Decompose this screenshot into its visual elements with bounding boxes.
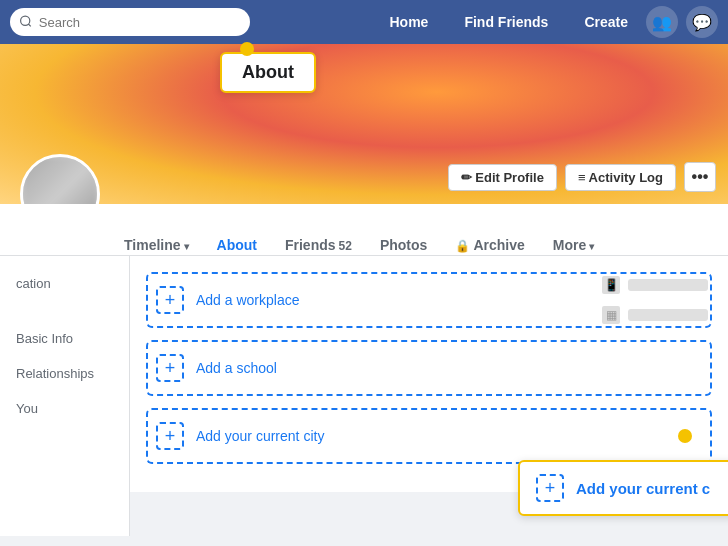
sidebar-relationships-label: Relationships: [16, 366, 94, 381]
about-callout-text: About: [242, 62, 294, 82]
sidebar-item-blank[interactable]: [0, 301, 129, 321]
add-city-label: Add your current city: [196, 428, 324, 444]
add-school-label: Add a school: [196, 360, 277, 376]
profile-tabs: Timeline▾ About Friends52 Photos 🔒Archiv…: [0, 204, 728, 256]
tab-about-label: About: [217, 237, 257, 253]
more-options-button[interactable]: •••: [684, 162, 716, 192]
profile-actions: ✏ Edit Profile ≡ Activity Log •••: [448, 162, 716, 192]
top-navigation: Home Find Friends Create 👥 💬: [0, 0, 728, 44]
people-icon: 👥: [652, 13, 672, 32]
messenger-icon-btn[interactable]: 💬: [686, 6, 718, 38]
tab-friends-label: Friends: [285, 237, 336, 253]
icon-row-2: ▦: [602, 306, 708, 324]
phone-icon: 📱: [602, 276, 620, 294]
sidebar-item-basic-info[interactable]: Basic Info: [0, 321, 129, 356]
tab-timeline-label: Timeline: [124, 237, 181, 253]
text-placeholder-1: [628, 279, 708, 291]
sidebar-basic-info-label: Basic Info: [16, 331, 73, 346]
about-tab-dot: [240, 42, 254, 56]
people-icon-btn[interactable]: 👥: [646, 6, 678, 38]
tab-timeline-chevron: ▾: [184, 241, 189, 252]
sidebar-you-label: You: [16, 401, 38, 416]
main-content: cation Basic Info Relationships You 📱 ▦: [0, 256, 728, 536]
nav-links: Home Find Friends Create: [382, 10, 637, 34]
add-city-row[interactable]: + Add your current city: [146, 408, 712, 464]
add-school-icon: +: [156, 354, 184, 382]
tab-friends-badge: 52: [339, 239, 352, 253]
avatar-image: [23, 157, 97, 204]
about-callout: About: [220, 52, 316, 93]
tab-more-chevron: ▾: [589, 241, 594, 252]
sidebar-item-relationships[interactable]: Relationships: [0, 356, 129, 391]
tab-photos-label: Photos: [380, 237, 427, 253]
tab-more-label: More: [553, 237, 586, 253]
avatar: [20, 154, 100, 204]
city-row-wrapper: + Add your current city: [146, 408, 712, 464]
right-blurred-icons: 📱 ▦: [602, 276, 708, 324]
search-bar[interactable]: [10, 8, 250, 36]
grid-icon: ▦: [602, 306, 620, 324]
search-input[interactable]: [39, 15, 240, 30]
cover-photo: ✏ Edit Profile ≡ Activity Log •••: [0, 44, 728, 204]
icon-row-1: 📱: [602, 276, 708, 294]
content-wrapper: 📱 ▦ + Add a workplace + Add a school: [130, 256, 728, 536]
messenger-icon: 💬: [692, 13, 712, 32]
about-sidebar: cation Basic Info Relationships You: [0, 256, 130, 536]
add-workplace-label: Add a workplace: [196, 292, 300, 308]
add-current-city-highlight[interactable]: + Add your current c: [518, 460, 728, 516]
text-placeholder-2: [628, 309, 708, 321]
search-icon: [20, 15, 33, 29]
about-content: 📱 ▦ + Add a workplace + Add a school: [130, 256, 728, 492]
edit-profile-button[interactable]: ✏ Edit Profile: [448, 164, 557, 191]
add-school-row[interactable]: + Add a school: [146, 340, 712, 396]
sidebar-item-location[interactable]: cation: [0, 266, 129, 301]
nav-create[interactable]: Create: [576, 10, 636, 34]
add-workplace-icon: +: [156, 286, 184, 314]
sidebar-item-you[interactable]: You: [0, 391, 129, 426]
highlight-city-text: Add your current c: [576, 480, 710, 497]
sidebar-location-label: cation: [16, 276, 51, 291]
highlight-add-icon: +: [536, 474, 564, 502]
nav-home[interactable]: Home: [382, 10, 437, 34]
activity-log-button[interactable]: ≡ Activity Log: [565, 164, 676, 191]
nav-find-friends[interactable]: Find Friends: [456, 10, 556, 34]
nav-icons: 👥 💬: [646, 6, 718, 38]
lock-icon: 🔒: [455, 239, 470, 253]
city-row-dot: [678, 429, 692, 443]
tab-archive-label: Archive: [473, 237, 524, 253]
add-city-icon: +: [156, 422, 184, 450]
